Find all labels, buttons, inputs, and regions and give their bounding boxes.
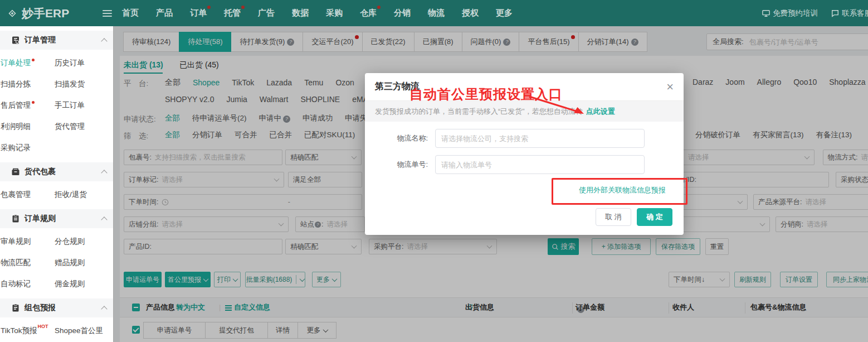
section-title: 组包预报 (25, 303, 56, 313)
notification-dot (207, 6, 211, 9)
logistics-name-label: 物流名称: (365, 133, 428, 143)
dialog-notice: 发货预报成功的订单，当前需手动移入“已发货”，若您想自动流转 点此设置 (365, 101, 684, 122)
nav-item-orders[interactable]: 订单 (190, 8, 207, 18)
book-training-label: 免费预约培训 (773, 8, 818, 18)
notification-dot (241, 6, 245, 9)
item-label: 拒收/退货 (55, 190, 87, 200)
collapse-icon[interactable] (101, 170, 107, 176)
sidebar-group: 订单处理 历史订单 扫描分拣 扫描发货 售后管理 手工订单 利润明细 货代管理 … (0, 52, 113, 158)
sidebar-item-scan-sorting[interactable]: 扫描分拣 (1, 73, 55, 94)
sidebar-item-auto-marking[interactable]: 自动标记 (1, 273, 55, 294)
nav-item-ads[interactable]: 广告 (258, 8, 275, 18)
nav-label: 订单 (190, 8, 207, 17)
nav-label: 授权 (462, 8, 479, 17)
nav-label: 分销 (394, 8, 411, 17)
sidebar-item-warehouse-split-rules[interactable]: 分仓规则 (55, 230, 113, 252)
sidebar-item-tiktok-forecast[interactable]: TikTok预报HOT (1, 320, 55, 341)
nav-item-products[interactable]: 产品 (156, 8, 173, 18)
sidebar-item-order-processing[interactable]: 订单处理 (1, 52, 55, 73)
nav-label: 仓库 (360, 8, 377, 17)
nav-label: 产品 (156, 8, 173, 17)
section-title: 货代包裹 (25, 167, 56, 177)
item-label: 采购记录 (1, 143, 31, 153)
collapse-icon[interactable] (101, 216, 107, 223)
annotation-highlight-box (552, 178, 687, 205)
order-management-icon (11, 36, 20, 45)
item-label: 分仓规则 (55, 237, 85, 247)
nav-label: 更多 (496, 8, 513, 17)
item-label: 佣金规则 (55, 279, 85, 289)
sidebar: 订单管理 订单处理 历史订单 扫描分拣 扫描发货 售后管理 手工订单 利润明细 … (0, 26, 114, 342)
cancel-button[interactable]: 取 消 (596, 208, 631, 226)
sidebar-item-audit-rules[interactable]: 审单规则 (1, 230, 55, 252)
item-label: 审单规则 (1, 237, 31, 247)
sidebar-item-scan-shipping[interactable]: 扫描发货 (55, 73, 113, 94)
logistics-name-select[interactable] (435, 129, 645, 148)
notification-dot (377, 6, 381, 9)
collapse-icon[interactable] (101, 306, 107, 312)
contact-support-label: 联系客服 (842, 8, 868, 18)
logistics-name-row: 物流名称: (365, 129, 684, 148)
nav-item-purchase[interactable]: 采购 (326, 8, 343, 18)
collapse-icon[interactable] (101, 38, 107, 44)
sidebar-group: 包裹管理 拒收/退货 (0, 184, 113, 205)
sidebar-section-order-management[interactable]: 订单管理 (0, 31, 113, 50)
chat-icon (831, 9, 839, 17)
item-label: 售后管理 (1, 100, 31, 110)
sidebar-item-freight-management[interactable]: 货代管理 (55, 115, 113, 137)
sidebar-item-reject-returns[interactable]: 拒收/退货 (55, 184, 113, 205)
contact-support-link[interactable]: 联系客服 (831, 8, 868, 18)
package-forecast-icon (11, 304, 20, 312)
item-label: 扫描分拣 (1, 79, 31, 89)
section-title: 订单管理 (25, 35, 56, 45)
menu-toggle-icon[interactable] (103, 8, 112, 18)
nav-item-logistics[interactable]: 物流 (428, 8, 445, 18)
item-label: 利润明细 (1, 122, 31, 132)
sidebar-item-profit-details[interactable]: 利润明细 (1, 115, 55, 137)
nav-label: 采购 (326, 8, 343, 17)
nav-item-authorization[interactable]: 授权 (462, 8, 479, 18)
close-icon[interactable]: × (666, 81, 674, 93)
monitor-icon (762, 9, 770, 17)
app-root: 妙手ERP 首页 产品 订单 托管 广告 数据 采购 仓库 分销 物流 授权 更… (0, 0, 868, 342)
nav-item-home[interactable]: 首页 (122, 8, 139, 18)
sidebar-item-purchase-records[interactable]: 采购记录 (1, 137, 55, 158)
sidebar-item-after-sales[interactable]: 售后管理 (1, 94, 55, 115)
freight-package-icon (11, 167, 20, 176)
item-label: 历史订单 (55, 58, 85, 68)
item-label: 自动标记 (1, 279, 31, 289)
sidebar-item-commission-rules[interactable]: 佣金规则 (55, 273, 113, 294)
sidebar-item-package-management[interactable]: 包裹管理 (1, 184, 55, 205)
sidebar-item-manual-orders[interactable]: 手工订单 (55, 94, 113, 115)
sidebar-item-shopee-first-mile[interactable]: Shopee首公里 (55, 320, 113, 341)
confirm-button[interactable]: 确 定 (637, 208, 672, 226)
nav-item-distribution[interactable]: 分销 (394, 8, 411, 18)
book-training-link[interactable]: 免费预约培训 (762, 8, 818, 18)
tracking-number-label: 物流单号: (365, 160, 428, 170)
nav-item-more[interactable]: 更多 (496, 8, 513, 18)
sidebar-item-history-orders[interactable]: 历史订单 (55, 52, 113, 73)
click-to-setup-link[interactable]: 点此设置 (586, 107, 615, 117)
app-logo[interactable]: 妙手ERP (0, 6, 103, 21)
sidebar-section-order-rules[interactable]: 订单规则 (0, 209, 113, 228)
sidebar-group: TikTok预报HOT Shopee首公里 Lazada组包 AE组包 (0, 320, 113, 342)
item-label: 货代管理 (55, 122, 85, 132)
sidebar-section-freight-packages[interactable]: 货代包裹 (0, 162, 113, 181)
sidebar-group: 审单规则 分仓规则 物流匹配 赠品规则 自动标记 佣金规则 (0, 230, 113, 294)
nav-item-data[interactable]: 数据 (292, 8, 309, 18)
nav-label: 数据 (292, 8, 309, 17)
sidebar-item-logistics-matching[interactable]: 物流匹配 (1, 252, 55, 273)
annotation-arrow (525, 91, 589, 118)
hot-badge: HOT (38, 324, 48, 329)
sidebar-item-gift-rules[interactable]: 赠品规则 (55, 252, 113, 273)
notification-dot (32, 59, 35, 61)
nav-item-warehouse[interactable]: 仓库 (360, 8, 377, 18)
tracking-number-input[interactable] (435, 155, 645, 174)
nav-label: 托管 (224, 8, 241, 17)
item-label: 订单处理 (1, 58, 31, 68)
sidebar-section-package-forecast[interactable]: 组包预报 (0, 298, 113, 317)
order-rules-icon (11, 214, 20, 223)
nav-label: 首页 (122, 8, 139, 17)
item-label: 扫描发货 (55, 79, 85, 89)
nav-item-hosting[interactable]: 托管 (224, 8, 241, 18)
